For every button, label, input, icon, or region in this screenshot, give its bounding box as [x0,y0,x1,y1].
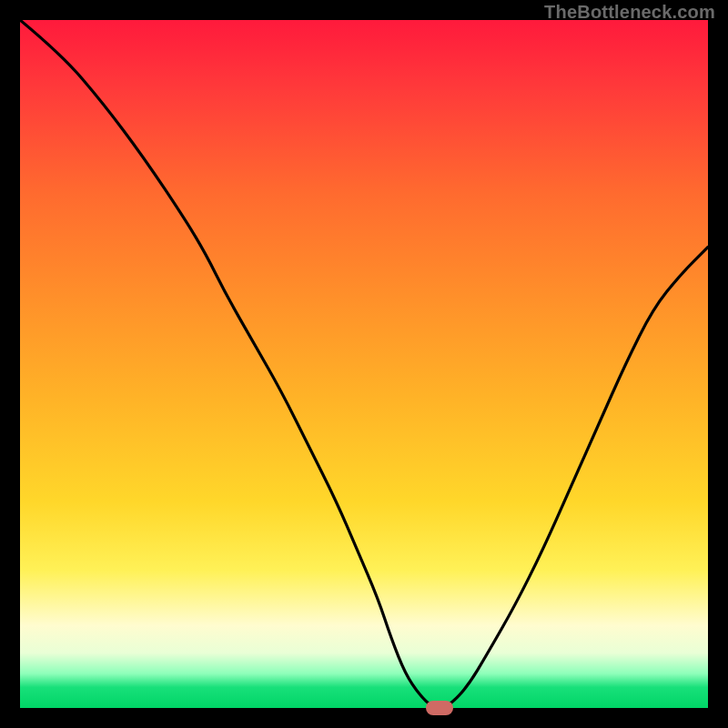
plot-area [20,20,708,708]
optimal-marker [426,701,453,715]
bottleneck-curve [20,20,708,708]
chart-frame: TheBottleneck.com [0,0,728,728]
